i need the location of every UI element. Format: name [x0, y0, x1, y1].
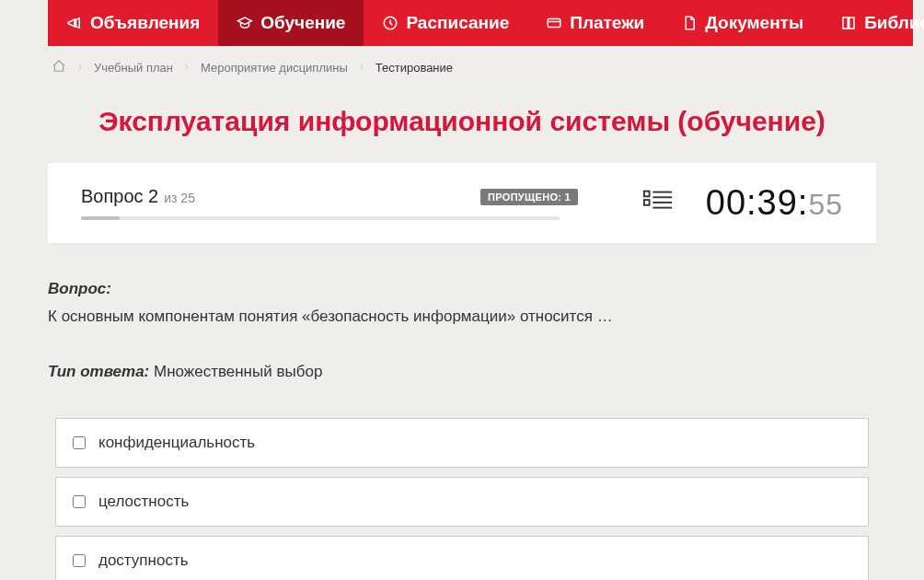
answer-type-value: Множественный выбор [154, 363, 322, 380]
breadcrumb-link[interactable]: Мероприятие дисциплины [201, 61, 348, 75]
svg-rect-1 [548, 19, 560, 28]
nav-learning[interactable]: Обучение [218, 0, 364, 46]
question-number: Вопрос 2 [81, 186, 158, 207]
megaphone-icon [66, 15, 83, 31]
option-checkbox[interactable] [73, 436, 86, 449]
chevron-right-icon [75, 61, 85, 75]
options-list: конфиденциальность целостность доступнос… [20, 418, 904, 580]
nav-payments[interactable]: Платежи [527, 0, 663, 46]
answer-type-label: Тип ответа: [48, 363, 149, 380]
breadcrumb-current: Тестирование [375, 61, 453, 75]
nav-label: Обучение [260, 13, 345, 33]
timer-main: 00:39: [706, 183, 809, 222]
timer: 00:39:55 [706, 183, 843, 223]
svg-rect-3 [644, 200, 650, 205]
document-icon [681, 15, 698, 31]
timer-seconds: 55 [808, 188, 843, 221]
home-icon[interactable] [52, 59, 66, 76]
top-nav: Объявления Обучение Расписание Платежи Д… [48, 0, 913, 46]
nav-documents[interactable]: Документы [663, 0, 822, 46]
svg-rect-2 [644, 191, 650, 196]
book-icon [840, 15, 857, 31]
graduation-icon [237, 15, 253, 31]
nav-label: Документы [705, 13, 803, 33]
nav-library[interactable]: Библиотека [822, 0, 924, 46]
progress-bar [81, 216, 560, 220]
question-total: из 25 [164, 191, 195, 205]
chevron-right-icon [357, 61, 366, 75]
nav-label: Платежи [570, 13, 644, 33]
nav-label: Объявления [90, 13, 200, 33]
breadcrumb: Учебный план Мероприятие дисциплины Тест… [20, 46, 904, 89]
question-list-button[interactable] [642, 188, 674, 219]
option-item[interactable]: доступность [55, 536, 869, 580]
clock-icon [382, 15, 398, 31]
card-icon [546, 15, 562, 31]
page-title: Эксплуатация информационной системы (обу… [20, 106, 904, 137]
nav-announcements[interactable]: Объявления [48, 0, 218, 46]
breadcrumb-link[interactable]: Учебный план [94, 61, 173, 75]
nav-schedule[interactable]: Расписание [364, 0, 527, 46]
nav-label: Библиотека [864, 13, 924, 33]
option-text: доступность [98, 551, 189, 570]
nav-label: Расписание [406, 13, 509, 33]
status-card: Вопрос 2 из 25 ПРОПУЩЕНО: 1 00:39:55 [48, 163, 876, 243]
option-text: целостность [98, 493, 189, 511]
prompt-label: Вопрос: [48, 280, 111, 297]
option-text: конфиденциальность [98, 434, 255, 452]
option-item[interactable]: конфиденциальность [55, 418, 869, 468]
option-checkbox[interactable] [73, 495, 86, 508]
progress-fill [81, 216, 120, 220]
question-body: Вопрос: К основным компонентам понятия «… [20, 243, 904, 381]
chevron-right-icon [182, 61, 191, 75]
option-checkbox[interactable] [73, 554, 86, 567]
question-text: К основным компонентам понятия «безопасн… [48, 307, 876, 326]
option-item[interactable]: целостность [55, 477, 869, 527]
skipped-badge: ПРОПУЩЕНО: 1 [480, 189, 578, 205]
